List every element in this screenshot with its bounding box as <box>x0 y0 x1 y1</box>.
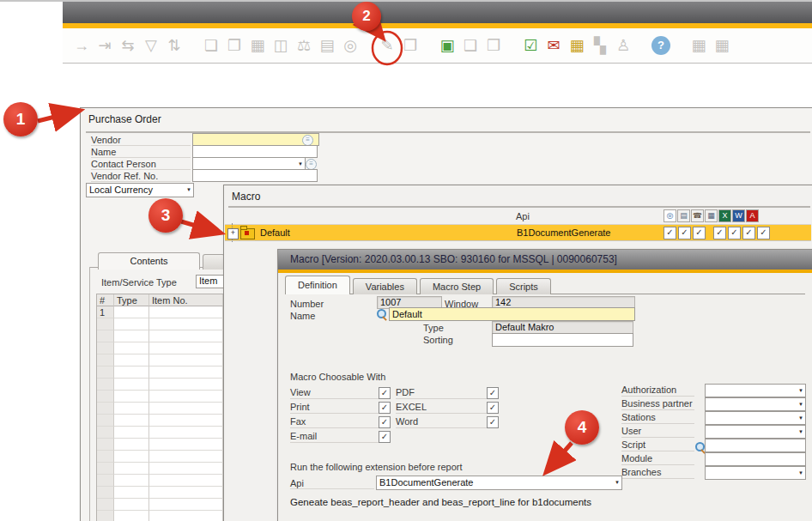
user-dropdown[interactable]: ▼ <box>705 425 806 439</box>
po-table-cell[interactable] <box>149 511 223 521</box>
pdf-checkbox[interactable]: ✓ <box>487 387 499 399</box>
po-table-cell[interactable] <box>149 403 223 415</box>
po-table-cell[interactable] <box>114 511 149 521</box>
po-table-cell[interactable] <box>149 391 223 403</box>
po-table-cell[interactable] <box>97 487 114 499</box>
volume-weight-icon[interactable]: ⚖ <box>295 36 312 55</box>
po-table-cell[interactable] <box>149 451 223 463</box>
po-table-cell[interactable] <box>149 427 223 439</box>
po-table-cell[interactable] <box>97 475 114 487</box>
po-table-cell[interactable] <box>149 318 223 330</box>
calendar-calculator-icon[interactable]: ▦ <box>568 36 585 55</box>
po-table-cell[interactable] <box>97 427 114 439</box>
contact-person-dropdown[interactable]: ▼ <box>192 157 306 170</box>
mail-report-icon[interactable]: ✉ <box>545 36 562 55</box>
tab-partial-hidden[interactable] <box>203 254 225 270</box>
calculator-doc-icon[interactable]: ▦ <box>690 36 707 55</box>
journal-entry-icon[interactable]: ▤ <box>318 36 336 55</box>
po-table-cell[interactable] <box>149 342 223 354</box>
po-table-cell[interactable] <box>114 463 149 475</box>
macro-row-default[interactable]: + Default B1DocumentGenerate ✓✓✓✓✓✓✓ <box>225 224 811 241</box>
tab-macro-step[interactable]: Macro Step <box>420 278 494 294</box>
message-icon[interactable]: ❑ <box>462 36 479 55</box>
po-table-cell[interactable] <box>97 379 114 391</box>
api-dropdown[interactable]: B1DocumentGenerate ▼ <box>376 476 622 490</box>
authorization-dropdown[interactable]: ▼ <box>705 384 806 397</box>
word-output-checkbox[interactable]: ✓ <box>742 227 755 239</box>
module-input[interactable] <box>705 452 806 466</box>
payment-means-icon[interactable]: ◫ <box>272 36 289 55</box>
po-table-cell[interactable] <box>149 487 223 499</box>
message-sent-icon[interactable]: ❒ <box>485 36 502 55</box>
excel-output-checkbox[interactable]: ✓ <box>728 227 741 239</box>
name-input[interactable] <box>192 145 318 158</box>
calculator-doc2-icon[interactable]: ▦ <box>713 36 730 55</box>
po-table-cell[interactable] <box>114 306 149 318</box>
po-table-cell[interactable] <box>97 415 114 427</box>
po-table-cell[interactable] <box>97 318 114 330</box>
po-table-cell[interactable] <box>114 379 149 391</box>
database-tools-icon[interactable]: ▣ <box>439 36 456 55</box>
po-table-cell[interactable] <box>97 330 114 342</box>
filter-icon[interactable]: ▽ <box>142 36 160 55</box>
po-table-cell[interactable]: 1 <box>97 306 114 318</box>
po-table-cell[interactable] <box>97 451 114 463</box>
tab-variables[interactable]: Variables <box>353 278 417 294</box>
po-table-cell[interactable] <box>149 439 223 451</box>
checklist-icon[interactable]: ☑ <box>522 36 539 55</box>
po-table-cell[interactable] <box>114 330 149 342</box>
po-table-cell[interactable] <box>97 511 114 521</box>
view-checkbox[interactable]: ✓ <box>379 387 391 399</box>
navigate-last-icon[interactable]: ⇥ <box>96 36 113 55</box>
branches-dropdown[interactable]: ▼ <box>705 466 806 480</box>
po-table-cell[interactable] <box>114 451 149 463</box>
excel-checkbox[interactable]: ✓ <box>487 402 499 414</box>
user-icon[interactable]: ♙ <box>615 36 632 55</box>
po-lines-table[interactable]: #TypeItem No.1 <box>96 294 225 521</box>
vendor-ref-input[interactable] <box>192 169 318 182</box>
po-table-cell[interactable] <box>114 403 149 415</box>
po-table-cell[interactable] <box>114 475 149 487</box>
po-table-cell[interactable] <box>114 427 149 439</box>
po-table-cell[interactable] <box>149 415 223 427</box>
po-table-cell[interactable] <box>149 306 223 318</box>
po-table-cell[interactable] <box>97 342 114 354</box>
po-table-cell[interactable] <box>114 367 149 379</box>
print-output-checkbox[interactable]: ✓ <box>678 227 691 239</box>
po-table-cell[interactable] <box>149 367 223 379</box>
po-table-cell[interactable] <box>114 415 149 427</box>
po-table-cell[interactable] <box>114 342 149 354</box>
po-table-cell[interactable] <box>114 487 149 499</box>
macro-name-input[interactable]: Default <box>389 307 635 321</box>
macro-recorder-icon[interactable]: ✎ <box>379 36 396 55</box>
copy-from-icon[interactable]: ❏ <box>203 36 220 55</box>
po-table-cell[interactable] <box>149 330 223 342</box>
currency-selector[interactable]: Local Currency ▼ <box>86 183 194 197</box>
po-table-cell[interactable] <box>114 391 149 403</box>
fax-checkbox[interactable]: ✓ <box>379 416 391 428</box>
refresh-run-icon[interactable]: ⇆ <box>119 36 136 55</box>
po-table-cell[interactable] <box>97 367 114 379</box>
preview-output-checkbox[interactable]: ✓ <box>664 227 676 239</box>
po-table-cell[interactable] <box>97 354 114 367</box>
help-icon[interactable]: ? <box>651 36 670 55</box>
org-chart-icon[interactable]: ▚ <box>591 36 609 55</box>
script-input[interactable] <box>705 439 806 452</box>
po-table-cell[interactable] <box>97 499 114 511</box>
copy-to-icon[interactable]: ❐ <box>226 36 243 55</box>
po-table-cell[interactable] <box>149 475 223 487</box>
po-table-cell[interactable] <box>149 499 223 511</box>
po-table-cell[interactable] <box>97 439 114 451</box>
business-partner-dropdown[interactable]: ▼ <box>705 397 806 411</box>
lookup-magnifier-icon[interactable] <box>376 308 387 319</box>
tab-definition[interactable]: Definition <box>285 276 350 294</box>
po-table-cell[interactable] <box>114 318 149 330</box>
tab-contents[interactable]: Contents <box>98 252 200 270</box>
vendor-input[interactable] <box>192 133 319 146</box>
navigate-next-icon[interactable]: → <box>73 36 90 55</box>
po-table-cell[interactable] <box>114 499 149 511</box>
po-table-cell[interactable] <box>114 354 149 367</box>
po-table-cell[interactable] <box>149 354 223 367</box>
po-table-cell[interactable] <box>114 439 149 451</box>
expand-node-button[interactable]: + <box>227 228 239 239</box>
